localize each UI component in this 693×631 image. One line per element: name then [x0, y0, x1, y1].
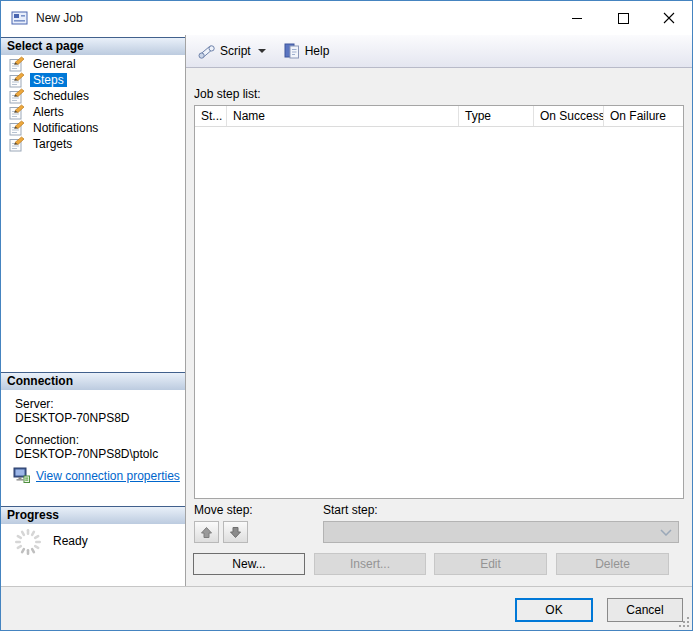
minimize-button[interactable] [554, 1, 600, 35]
page-icon [9, 136, 25, 152]
sidebar-item-notifications[interactable]: Notifications [1, 120, 185, 136]
main-pane: Script Help Job step list: St... [186, 35, 692, 586]
column-header-step[interactable]: St... [195, 106, 227, 126]
page-icon [9, 56, 25, 72]
script-button[interactable]: Script [192, 38, 255, 64]
sidebar-item-general[interactable]: General [1, 56, 185, 72]
help-icon [283, 42, 301, 60]
progress-block: Ready [13, 527, 88, 557]
insert-step-button[interactable]: Insert... [314, 553, 426, 575]
progress-header: Progress [1, 506, 185, 524]
sidebar: Select a page General Steps Schedules Al… [1, 35, 186, 586]
column-header-name[interactable]: Name [227, 106, 459, 126]
resize-grip-icon[interactable] [679, 617, 690, 628]
maximize-icon [618, 13, 629, 24]
column-header-on-success[interactable]: On Success [534, 106, 604, 126]
select-a-page-header: Select a page [1, 37, 185, 55]
script-icon [196, 42, 216, 60]
job-step-list-label: Job step list: [194, 87, 261, 101]
page-icon [9, 120, 25, 136]
sidebar-item-label: Targets [30, 137, 75, 151]
script-dropdown-button[interactable] [255, 38, 269, 64]
column-header-on-failure[interactable]: On Failure [604, 106, 683, 126]
cancel-button[interactable]: Cancel [607, 598, 683, 622]
server-value: DESKTOP-70NPS8D [15, 411, 181, 425]
sidebar-item-alerts[interactable]: Alerts [1, 104, 185, 120]
sidebar-item-label: Alerts [30, 105, 67, 119]
sidebar-item-steps[interactable]: Steps [1, 72, 185, 88]
sidebar-item-label: Schedules [30, 89, 92, 103]
connection-label: Connection: [15, 433, 181, 447]
move-up-icon [200, 526, 213, 539]
minimize-icon [572, 13, 583, 24]
server-label: Server: [15, 397, 181, 411]
view-connection-properties-label: View connection properties [36, 469, 180, 483]
start-step-label: Start step: [323, 503, 378, 517]
toolbar: Script Help [186, 35, 692, 68]
move-down-icon [229, 526, 242, 539]
connection-value: DESKTOP-70NPS8D\ptolc [15, 447, 181, 461]
job-step-table-header: St... Name Type On Success On Failure [195, 106, 683, 127]
delete-step-button[interactable]: Delete [556, 553, 669, 575]
edit-step-button[interactable]: Edit [434, 553, 547, 575]
sidebar-item-label: Steps [30, 73, 67, 87]
new-job-dialog: New Job Select a page General Steps [0, 0, 693, 631]
page-icon [9, 88, 25, 104]
sidebar-item-label: Notifications [30, 121, 101, 135]
connection-header: Connection [1, 372, 185, 390]
progress-spinner-icon [13, 527, 43, 557]
combo-chevron-icon [660, 529, 672, 536]
move-step-down-button[interactable] [223, 521, 248, 543]
start-step-select[interactable] [323, 521, 679, 543]
chevron-down-icon [258, 49, 266, 53]
app-icon [11, 10, 28, 26]
maximize-button[interactable] [600, 1, 646, 35]
ok-button[interactable]: OK [515, 598, 593, 622]
page-icon [9, 104, 25, 120]
window-title: New Job [36, 11, 83, 25]
connection-properties-icon [13, 467, 31, 484]
dialog-footer: OK Cancel [1, 586, 692, 630]
connection-details: Server: DESKTOP-70NPS8D Connection: DESK… [15, 397, 181, 461]
progress-status: Ready [53, 534, 88, 548]
move-step-label: Move step: [194, 503, 253, 517]
move-step-up-button[interactable] [194, 521, 219, 543]
close-icon [663, 12, 675, 24]
help-button[interactable]: Help [279, 38, 334, 64]
window-controls [554, 1, 692, 35]
new-step-button[interactable]: New... [193, 553, 305, 575]
page-icon [9, 72, 25, 88]
job-step-table[interactable]: St... Name Type On Success On Failure [194, 105, 684, 499]
column-header-type[interactable]: Type [459, 106, 534, 126]
help-label: Help [305, 44, 330, 58]
close-button[interactable] [646, 1, 692, 35]
script-label: Script [220, 44, 251, 58]
view-connection-properties-link[interactable]: View connection properties [13, 467, 180, 484]
page-nav: General Steps Schedules Alerts Notificat… [1, 56, 185, 152]
job-step-table-body[interactable] [195, 127, 683, 498]
sidebar-item-schedules[interactable]: Schedules [1, 88, 185, 104]
sidebar-item-label: General [30, 57, 79, 71]
sidebar-item-targets[interactable]: Targets [1, 136, 185, 152]
titlebar: New Job [1, 1, 692, 35]
